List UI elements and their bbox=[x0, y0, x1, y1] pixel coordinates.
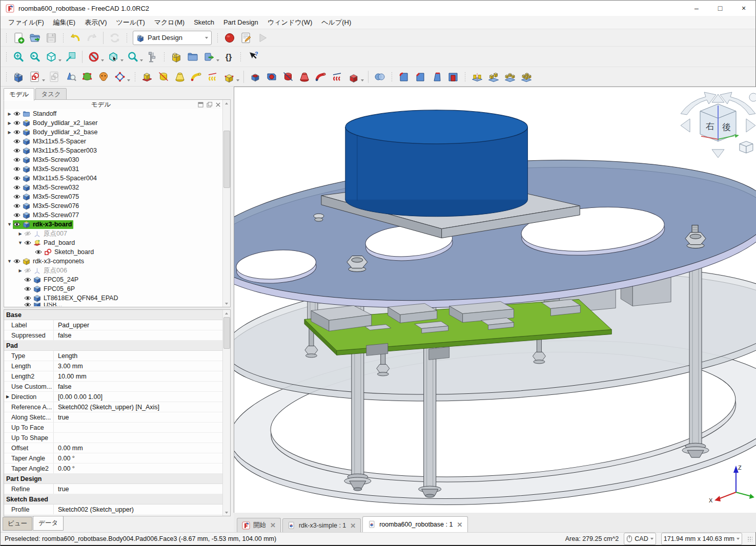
save-button[interactable] bbox=[43, 30, 59, 46]
menu-item-7[interactable]: ウィンドウ(W) bbox=[263, 16, 317, 29]
menu-item-5[interactable]: Sketch bbox=[189, 17, 219, 28]
resize-grip[interactable] bbox=[747, 536, 752, 541]
menu-item-0[interactable]: ファイル(F) bbox=[4, 16, 49, 29]
document-tab-2[interactable]: roomba600_robotbase : 1✕ bbox=[362, 516, 468, 532]
boolean-button[interactable] bbox=[372, 69, 388, 85]
create-datum-button[interactable] bbox=[112, 69, 128, 85]
visibility-eye-icon[interactable] bbox=[24, 303, 31, 306]
additive-pipe-button[interactable] bbox=[188, 69, 205, 85]
close-button[interactable]: × bbox=[732, 1, 755, 16]
additive-primitive-button[interactable] bbox=[221, 69, 237, 85]
visibility-eye-icon[interactable] bbox=[35, 248, 42, 256]
visibility-eye-icon[interactable] bbox=[13, 212, 21, 219]
draw-style-button[interactable] bbox=[86, 49, 102, 65]
tree-expander[interactable]: ▼ bbox=[6, 222, 13, 227]
create-sketch-button[interactable] bbox=[27, 69, 43, 85]
property-value[interactable]: Pad_upper bbox=[54, 322, 89, 329]
tab-close-icon[interactable]: ✕ bbox=[350, 522, 356, 530]
pad-button[interactable] bbox=[139, 69, 155, 85]
hole-button[interactable] bbox=[263, 69, 280, 85]
tree-scrollbar[interactable] bbox=[222, 100, 230, 307]
property-value[interactable]: false bbox=[54, 332, 71, 339]
document-tab-0[interactable]: 開始✕ bbox=[237, 518, 281, 532]
tree-item-rdk-x3-componets[interactable]: ▼rdk-x3-componets bbox=[4, 257, 223, 266]
selection-filter-button[interactable] bbox=[105, 49, 121, 65]
menu-item-4[interactable]: マクロ(M) bbox=[150, 16, 189, 29]
tree-expander[interactable]: ▶ bbox=[6, 112, 13, 116]
tree-item-rdk-x3-board[interactable]: ▼rdk-x3-board bbox=[4, 220, 223, 229]
property-value[interactable]: 0.00 ° bbox=[54, 465, 75, 472]
property-value[interactable]: Length bbox=[54, 352, 77, 360]
visibility-eye-icon[interactable] bbox=[13, 175, 21, 182]
create-body-button[interactable] bbox=[10, 69, 27, 85]
tree-item-m3x11x5-5-spacer003[interactable]: M3x11x5.5-Spacer003 bbox=[4, 146, 223, 155]
menu-item-6[interactable]: Part Design bbox=[219, 17, 263, 28]
visibility-eye-icon[interactable] bbox=[24, 230, 31, 237]
groove-button[interactable] bbox=[280, 69, 296, 85]
tree-item-fpc05-6p[interactable]: FPC05_6P bbox=[4, 284, 223, 293]
close-panel-icon[interactable] bbox=[215, 102, 221, 108]
fit-selection-button[interactable] bbox=[27, 49, 43, 65]
tree-item-m3x5-screw075[interactable]: M3x5-Screw075 bbox=[4, 192, 223, 201]
create-group-button[interactable] bbox=[185, 49, 201, 65]
tree-item--007[interactable]: ▶原点007 bbox=[4, 229, 223, 238]
tree-item-m3x5-screw030[interactable]: M3x5-Screw030 bbox=[4, 155, 223, 164]
edit-sketch-button[interactable] bbox=[46, 69, 63, 85]
tree-expander[interactable]: ▼ bbox=[17, 240, 24, 245]
create-part-button[interactable] bbox=[168, 49, 185, 65]
visibility-eye-icon[interactable] bbox=[13, 202, 21, 209]
property-value[interactable]: 0.00 ° bbox=[54, 455, 75, 462]
visibility-eye-icon[interactable] bbox=[13, 119, 21, 127]
tree-expander[interactable]: ▼ bbox=[6, 259, 13, 264]
property-value[interactable]: true bbox=[54, 414, 69, 421]
refresh-button[interactable] bbox=[107, 30, 123, 46]
tree-expander[interactable]: ▶ bbox=[6, 130, 13, 135]
polar-pattern-button[interactable] bbox=[502, 69, 518, 85]
navcube-back-label[interactable]: 後 bbox=[722, 122, 731, 132]
subtractive-pipe-button[interactable] bbox=[313, 69, 329, 85]
tree-item-standoff[interactable]: ▶Standoff bbox=[4, 109, 223, 118]
visibility-eye-icon[interactable] bbox=[24, 295, 31, 302]
chamfer-button[interactable] bbox=[412, 69, 428, 85]
toolbar-grip[interactable] bbox=[5, 32, 8, 44]
visibility-eye-icon[interactable] bbox=[13, 147, 21, 154]
toolbar-grip[interactable] bbox=[216, 32, 219, 44]
dock-icon[interactable] bbox=[198, 102, 203, 108]
toolbar-grip[interactable] bbox=[134, 71, 136, 82]
workbench-selector[interactable]: Part Design bbox=[133, 31, 212, 45]
visibility-eye-icon[interactable] bbox=[13, 184, 21, 191]
visibility-eye-icon[interactable] bbox=[13, 110, 21, 117]
visibility-eye-icon[interactable] bbox=[13, 165, 21, 173]
toolbar-grip[interactable] bbox=[163, 51, 166, 62]
visibility-eye-icon[interactable] bbox=[24, 285, 31, 292]
visibility-eye-icon[interactable] bbox=[13, 138, 21, 145]
property-scrollbar[interactable] bbox=[222, 310, 230, 516]
shapebinder-button[interactable] bbox=[95, 69, 112, 85]
property-value[interactable]: 3.00 mm bbox=[54, 363, 83, 370]
subtractive-primitive-button[interactable] bbox=[345, 69, 362, 85]
visibility-eye-icon[interactable] bbox=[24, 267, 31, 274]
subtractive-loft-button[interactable] bbox=[296, 69, 313, 85]
align-view-button[interactable] bbox=[63, 49, 79, 65]
menu-item-3[interactable]: ツール(T) bbox=[112, 16, 150, 29]
macro-record-button[interactable] bbox=[221, 30, 238, 46]
tree-item-m3x11x5-5-spacer[interactable]: M3x11x5.5-Spacer bbox=[4, 137, 223, 146]
bottom-tab-data[interactable]: データ bbox=[33, 516, 64, 531]
tree-item-pad-board[interactable]: ▼Pad_board bbox=[4, 238, 223, 247]
tree-expander[interactable]: ▶ bbox=[17, 232, 24, 236]
macro-edit-button[interactable] bbox=[238, 30, 254, 46]
property-value[interactable]: true bbox=[54, 486, 69, 493]
tree-item-sketch-board[interactable]: Sketch_board bbox=[4, 247, 223, 257]
fillet-button[interactable] bbox=[396, 69, 412, 85]
menu-item-1[interactable]: 編集(E) bbox=[49, 16, 80, 29]
tab-close-icon[interactable]: ✕ bbox=[270, 521, 276, 529]
draft-button[interactable] bbox=[428, 69, 445, 85]
visibility-eye-icon[interactable] bbox=[13, 129, 21, 136]
tree-item-lt8618ex-qfn64-epad[interactable]: LT8618EX_QFN64_EPAD bbox=[4, 293, 223, 303]
bottom-tab-view[interactable]: ビュー bbox=[3, 517, 32, 531]
view-dimensions-combo[interactable]: 171.94 mm x 140.63 mm bbox=[661, 533, 742, 545]
menu-item-2[interactable]: 表示(V) bbox=[80, 16, 111, 29]
additive-helix-button[interactable] bbox=[205, 69, 221, 85]
linear-pattern-button[interactable] bbox=[485, 69, 502, 85]
open-button[interactable] bbox=[27, 30, 43, 46]
